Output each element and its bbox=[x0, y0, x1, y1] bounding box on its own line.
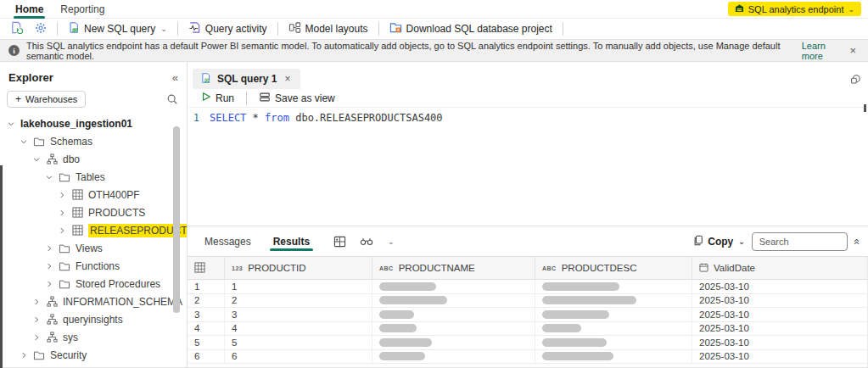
new-sql-query-button[interactable]: SQL New SQL query ⌄ bbox=[63, 20, 172, 38]
chevron-right-icon[interactable] bbox=[45, 244, 53, 253]
table-row[interactable]: 442025-03-10 bbox=[188, 322, 867, 337]
table-row[interactable]: 222025-03-10 bbox=[188, 294, 867, 309]
close-tab-icon[interactable]: × bbox=[283, 73, 292, 85]
info-icon: i bbox=[8, 45, 20, 56]
copy-results-button[interactable]: Copy ⌄ bbox=[693, 235, 745, 248]
search-icon[interactable] bbox=[166, 93, 178, 105]
table-row[interactable]: 332025-03-10 bbox=[188, 308, 867, 322]
chevron-right-icon[interactable] bbox=[45, 280, 53, 288]
explorer-title: Explorer bbox=[8, 71, 53, 84]
productid-cell: 2 bbox=[225, 294, 372, 308]
chevron-right-icon[interactable] bbox=[20, 351, 28, 360]
table-row[interactable]: 112025-03-10 bbox=[188, 280, 867, 294]
model-layouts-button[interactable]: Model layouts bbox=[283, 20, 373, 38]
tree-item-lakehouse-ingestion01[interactable]: lakehouse_ingestion01 bbox=[0, 114, 187, 132]
settings-button[interactable] bbox=[30, 20, 52, 38]
endpoint-type-badge[interactable]: SQL analytics endpoint ⌄ bbox=[728, 2, 861, 16]
productid-cell: 5 bbox=[225, 336, 372, 349]
banner-close-icon[interactable]: × bbox=[846, 44, 860, 57]
table-row[interactable]: 662025-03-10 bbox=[188, 350, 867, 365]
copy-button-label: Copy bbox=[708, 236, 733, 248]
productname-cell bbox=[372, 280, 535, 293]
messages-tab-label: Messages bbox=[204, 236, 251, 248]
explorer-scrollbar[interactable] bbox=[173, 126, 180, 313]
query-tab-strip: SQL SQL query 1 × bbox=[188, 62, 868, 89]
tab-results[interactable]: Results bbox=[270, 231, 313, 253]
tree-item-products[interactable]: PRODUCTS bbox=[0, 204, 187, 221]
chevron-down-icon[interactable] bbox=[45, 173, 53, 181]
menu-tab-home[interactable]: Home bbox=[7, 0, 52, 19]
redacted-value bbox=[542, 296, 636, 304]
chevron-down-icon[interactable]: ⌄ bbox=[383, 236, 400, 248]
copy-icon[interactable] bbox=[849, 74, 861, 86]
excel-icon[interactable] bbox=[328, 234, 351, 249]
chevron-right-icon[interactable] bbox=[58, 209, 66, 217]
tree-item-information-schema[interactable]: INFORMATION_SCHEMA bbox=[0, 293, 187, 310]
chevron-down-icon[interactable] bbox=[32, 155, 41, 164]
productdesc-cell bbox=[535, 280, 692, 293]
collapse-results-icon[interactable]: « bbox=[850, 238, 863, 243]
productid-cell: 4 bbox=[225, 322, 372, 336]
new-report-button[interactable] bbox=[5, 20, 28, 38]
chevron-right-icon[interactable] bbox=[32, 298, 41, 306]
query-tab[interactable]: SQL SQL query 1 × bbox=[193, 69, 300, 89]
binoculars-icon[interactable] bbox=[355, 234, 378, 248]
tree-item-functions[interactable]: Functions bbox=[0, 257, 187, 275]
tree-item-label: sys bbox=[63, 332, 78, 343]
tab-messages[interactable]: Messages bbox=[201, 231, 255, 253]
tree-item-tables[interactable]: Tables bbox=[0, 168, 187, 186]
select-all-corner[interactable] bbox=[188, 257, 225, 279]
grid-header-row: 123PRODUCTID ABCPRODUCTNAME ABCPRODUCTDE… bbox=[188, 257, 867, 280]
table-icon bbox=[71, 225, 83, 236]
tree-item-label: Stored Procedures bbox=[76, 278, 160, 290]
column-header-validdate[interactable]: ValidDate bbox=[692, 257, 867, 279]
banner-text: This SQL analytics endpoint has a defaul… bbox=[26, 41, 798, 61]
query-toolbar: Run Save as view bbox=[188, 89, 868, 108]
table-icon bbox=[194, 262, 205, 275]
collapse-explorer-icon[interactable]: « bbox=[172, 71, 178, 84]
tree-item-label: Views bbox=[76, 243, 103, 254]
results-grid: 123PRODUCTID ABCPRODUCTNAME ABCPRODUCTDE… bbox=[188, 256, 868, 367]
column-label: ValidDate bbox=[714, 263, 755, 273]
tree-item-oth400pf[interactable]: OTH400PF bbox=[0, 186, 187, 204]
table-row[interactable]: 552025-03-10 bbox=[188, 336, 867, 350]
column-header-productdesc[interactable]: ABCPRODUCTDESC bbox=[535, 257, 692, 279]
row-number-cell: 1 bbox=[188, 280, 225, 293]
chevron-down-icon[interactable] bbox=[20, 137, 28, 146]
learn-more-link[interactable]: Learn more bbox=[802, 41, 847, 61]
save-as-view-label: Save as view bbox=[275, 92, 335, 104]
tree-item-security[interactable]: Security bbox=[0, 346, 187, 364]
tree-item-sys[interactable]: sys bbox=[0, 328, 187, 346]
chevron-down-icon[interactable] bbox=[7, 120, 15, 128]
column-header-productname[interactable]: ABCPRODUCTNAME bbox=[372, 257, 535, 279]
explorer-panel: Explorer « + Warehouses lakehouse_ingest… bbox=[0, 62, 188, 367]
tree-item-schemas[interactable]: Schemas bbox=[0, 132, 187, 150]
tree-item-stored-procedures[interactable]: Stored Procedures bbox=[0, 275, 187, 293]
chevron-right-icon[interactable] bbox=[58, 226, 66, 235]
chevron-right-icon[interactable] bbox=[32, 315, 41, 324]
chevron-right-icon[interactable] bbox=[32, 333, 41, 342]
menu-tab-reporting[interactable]: Reporting bbox=[52, 0, 113, 19]
results-search-input[interactable] bbox=[752, 232, 848, 251]
object-tree: lakehouse_ingestion01SchemasdboTablesOTH… bbox=[0, 109, 187, 364]
tree-item-dbo[interactable]: dbo bbox=[0, 150, 187, 168]
query-activity-button[interactable]: Query activity bbox=[183, 20, 272, 38]
chevron-right-icon[interactable] bbox=[58, 191, 66, 199]
page-scrollbar[interactable] bbox=[0, 165, 3, 368]
chevron-right-icon[interactable] bbox=[45, 262, 53, 270]
report-refresh-icon bbox=[10, 21, 23, 36]
tree-item-releaseproductsas[interactable]: RELEASEPRODUCTSAS bbox=[0, 221, 187, 239]
save-as-view-button[interactable]: Save as view bbox=[254, 91, 340, 106]
run-button[interactable]: Run bbox=[196, 91, 239, 105]
gear-icon bbox=[35, 22, 47, 36]
sql-editor[interactable]: 1 SELECT * from dbo.RELEASEPRODUCTSAS400 bbox=[188, 108, 868, 226]
column-header-productid[interactable]: 123PRODUCTID bbox=[225, 257, 372, 279]
download-sql-project-button[interactable]: Download SQL database project bbox=[384, 20, 557, 38]
redacted-value bbox=[542, 324, 581, 332]
tree-item-views[interactable]: Views bbox=[0, 239, 187, 257]
add-warehouses-button[interactable]: + Warehouses bbox=[7, 91, 86, 108]
schema-icon bbox=[46, 332, 58, 343]
download-sql-project-label: Download SQL database project bbox=[406, 23, 552, 35]
tree-item-queryinsights[interactable]: queryinsights bbox=[0, 310, 187, 328]
line-number: 1 bbox=[188, 112, 210, 124]
